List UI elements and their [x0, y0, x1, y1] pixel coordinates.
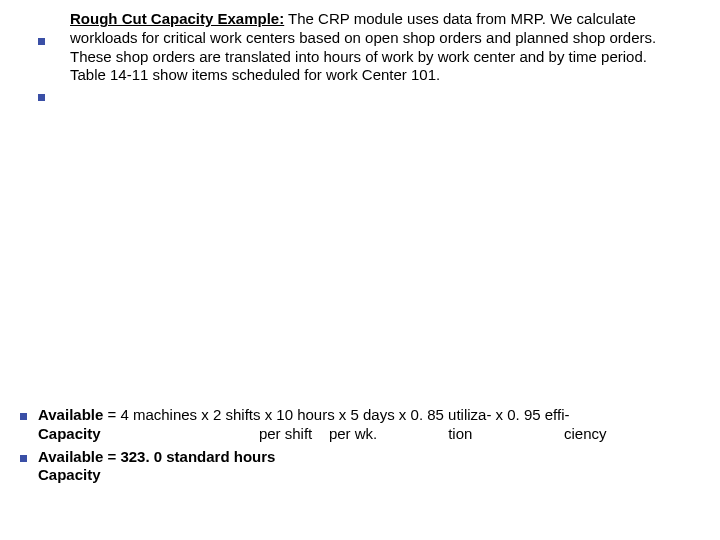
text-bold: Available: [38, 406, 103, 423]
text-bold: Available = 323. 0 standard hours: [38, 448, 275, 465]
text-plain: = 4 machines x 2 shifts x 10 hours x 5 d…: [103, 406, 569, 423]
top-bullet-column: [38, 38, 58, 150]
text-bold: Capacity: [38, 425, 259, 442]
bullet-icon: [38, 94, 45, 101]
bullet-icon: [20, 413, 27, 420]
list-item-text: Available = 323. 0 standard hours Capaci…: [38, 448, 710, 486]
text-bold: Capacity: [38, 466, 101, 483]
slide: Rough Cut Capacity Example: The CRP modu…: [0, 0, 720, 540]
paragraph-lead: Rough Cut Capacity Example:: [70, 10, 284, 27]
list-item: Available = 323. 0 standard hours Capaci…: [20, 448, 710, 486]
list-item: Available = 4 machines x 2 shifts x 10 h…: [20, 406, 710, 444]
bullet-icon: [38, 38, 45, 45]
bottom-list: Available = 4 machines x 2 shifts x 10 h…: [20, 406, 710, 489]
bullet-icon: [20, 455, 27, 462]
text-plain: per shift per wk. tion ciency: [259, 425, 607, 442]
top-paragraph: Rough Cut Capacity Example: The CRP modu…: [70, 10, 680, 85]
list-item-text: Available = 4 machines x 2 shifts x 10 h…: [38, 406, 710, 444]
